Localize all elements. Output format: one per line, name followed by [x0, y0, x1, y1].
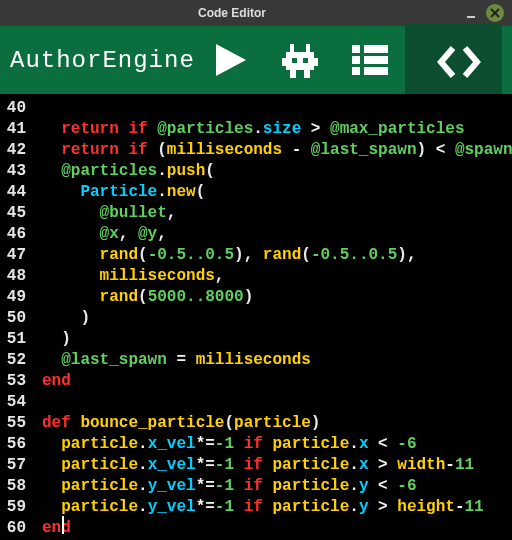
level-editor-button[interactable]	[335, 26, 405, 94]
token	[42, 225, 100, 243]
token	[42, 351, 61, 369]
token: )	[397, 246, 407, 264]
token: @last_spawn	[311, 141, 417, 159]
token	[42, 456, 61, 474]
svg-rect-14	[364, 45, 388, 53]
token: *=	[196, 477, 215, 495]
token: ,	[157, 225, 167, 243]
token: -6	[397, 435, 416, 453]
window-title: Code Editor	[8, 6, 456, 20]
token: milliseconds	[167, 141, 282, 159]
svg-rect-0	[467, 16, 475, 18]
token: -0.5..0.5	[148, 246, 234, 264]
token: -1	[215, 456, 234, 474]
token: 11	[455, 456, 474, 474]
token: ,	[119, 225, 138, 243]
code-area[interactable]: return if @particles.size > @max_particl…	[30, 94, 512, 540]
token: @last_spawn	[61, 351, 167, 369]
line-number: 51	[4, 329, 26, 350]
svg-marker-3	[216, 44, 246, 76]
code-line[interactable]: )	[42, 308, 512, 329]
code-line[interactable]: end	[42, 371, 512, 392]
token	[42, 204, 100, 222]
code-line[interactable]: rand(-0.5..0.5), rand(-0.5..0.5),	[42, 245, 512, 266]
line-number: 49	[4, 287, 26, 308]
code-line[interactable]: @last_spawn = milliseconds	[42, 350, 512, 371]
svg-rect-9	[290, 44, 294, 52]
code-line[interactable]: Particle.new(	[42, 182, 512, 203]
code-line[interactable]: @bullet,	[42, 203, 512, 224]
token: particle	[61, 498, 138, 516]
token	[42, 498, 61, 516]
token: >	[368, 498, 397, 516]
token: -1	[215, 477, 234, 495]
token: -	[445, 456, 455, 474]
token	[42, 477, 61, 495]
token: size	[263, 120, 301, 138]
minimize-icon	[465, 7, 477, 19]
token: milliseconds	[196, 351, 311, 369]
token: particle	[272, 477, 349, 495]
code-line[interactable]: end	[42, 518, 512, 539]
token: milliseconds	[100, 267, 215, 285]
code-line[interactable]	[42, 392, 512, 413]
code-line[interactable]: )	[42, 329, 512, 350]
token	[42, 246, 100, 264]
svg-rect-13	[352, 45, 360, 53]
code-line[interactable]: return if (milliseconds - @last_spawn) <…	[42, 140, 512, 161]
code-line[interactable]: particle.x_vel*=-1 if particle.x < -6	[42, 434, 512, 455]
svg-rect-16	[364, 56, 388, 64]
token: ,	[407, 246, 417, 264]
token: .	[349, 456, 359, 474]
code-line[interactable]: milliseconds,	[42, 266, 512, 287]
line-number: 54	[4, 392, 26, 413]
token: @max_particles	[330, 120, 464, 138]
line-number: 42	[4, 140, 26, 161]
token: (	[224, 414, 234, 432]
code-line[interactable]: particle.x_vel*=-1 if particle.x > width…	[42, 455, 512, 476]
code-line[interactable]	[42, 98, 512, 119]
minimize-button[interactable]	[462, 4, 480, 22]
token	[42, 267, 100, 285]
code-line[interactable]: particle.y_vel*=-1 if particle.y > heigh…	[42, 497, 512, 518]
token: x_vel	[148, 435, 196, 453]
token: )	[244, 288, 254, 306]
line-number: 56	[4, 434, 26, 455]
token: rand	[263, 246, 301, 264]
code-editor-button[interactable]	[405, 24, 502, 96]
sprite-editor-button[interactable]	[265, 26, 335, 94]
token: )	[42, 330, 71, 348]
token: >	[368, 456, 397, 474]
code-line[interactable]: def bounce_particle(particle)	[42, 413, 512, 434]
code-line[interactable]: return if @particles.size > @max_particl…	[42, 119, 512, 140]
token: @particles	[61, 162, 157, 180]
token: x_vel	[148, 456, 196, 474]
token: .	[138, 477, 148, 495]
close-button[interactable]	[486, 4, 504, 22]
token: .	[349, 435, 359, 453]
close-icon	[489, 7, 501, 19]
code-line[interactable]: @particles.push(	[42, 161, 512, 182]
token: if	[234, 435, 272, 453]
code-editor[interactable]: 4041424344454647484950515253545556575859…	[0, 94, 512, 540]
token: )	[42, 309, 90, 327]
token: (	[138, 288, 148, 306]
line-number: 40	[4, 98, 26, 119]
line-number: 60	[4, 518, 26, 539]
token: particle	[61, 435, 138, 453]
text-cursor	[62, 516, 64, 534]
line-number: 53	[4, 371, 26, 392]
code-line[interactable]: @x, @y,	[42, 224, 512, 245]
token: end	[42, 519, 71, 537]
svg-rect-15	[352, 56, 360, 64]
code-line[interactable]: particle.y_vel*=-1 if particle.y < -6	[42, 476, 512, 497]
svg-rect-8	[314, 58, 318, 66]
token: particle	[272, 456, 349, 474]
play-button[interactable]	[195, 26, 265, 94]
line-number: 57	[4, 455, 26, 476]
token: .	[349, 477, 359, 495]
token: Particle	[80, 183, 157, 201]
svg-rect-12	[304, 70, 310, 78]
token: rand	[100, 246, 138, 264]
code-line[interactable]: rand(5000..8000)	[42, 287, 512, 308]
